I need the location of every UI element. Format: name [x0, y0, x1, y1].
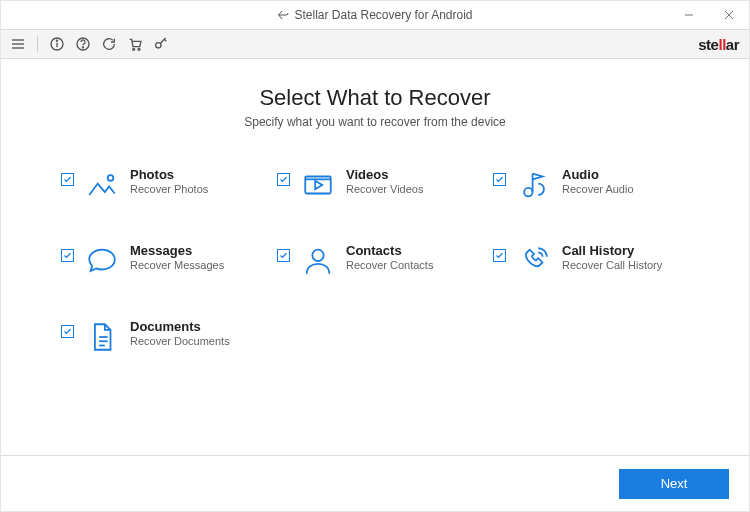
help-icon[interactable] — [74, 35, 92, 53]
checkbox-documents[interactable] — [61, 325, 74, 338]
audio-icon — [516, 167, 552, 203]
toolbar-divider — [37, 36, 38, 52]
brand-logo: stellar — [698, 36, 739, 53]
documents-icon — [84, 319, 120, 355]
window-controls — [669, 1, 749, 29]
option-desc: Recover Call History — [562, 259, 662, 271]
svg-point-10 — [82, 47, 83, 48]
svg-point-8 — [56, 40, 57, 41]
page-subtitle: Specify what you want to recover from th… — [61, 115, 689, 129]
option-contacts[interactable]: Contacts Recover Contacts — [277, 243, 473, 279]
checkbox-callhistory[interactable] — [493, 249, 506, 262]
option-messages[interactable]: Messages Recover Messages — [61, 243, 257, 279]
option-audio[interactable]: Audio Recover Audio — [493, 167, 689, 203]
checkbox-contacts[interactable] — [277, 249, 290, 262]
svg-point-13 — [156, 43, 161, 48]
back-icon — [277, 9, 289, 21]
checkbox-audio[interactable] — [493, 173, 506, 186]
option-title: Audio — [562, 167, 634, 182]
close-button[interactable] — [709, 1, 749, 29]
checkbox-messages[interactable] — [61, 249, 74, 262]
svg-point-19 — [312, 250, 323, 261]
window-title: Stellar Data Recovery for Android — [294, 8, 472, 22]
minimize-button[interactable] — [669, 1, 709, 29]
callhistory-icon — [516, 243, 552, 279]
menu-icon[interactable] — [9, 35, 27, 53]
toolbar: stellar — [1, 29, 749, 59]
options-grid: Photos Recover Photos Videos Recover Vid… — [61, 167, 689, 355]
svg-point-12 — [138, 48, 140, 50]
cart-icon[interactable] — [126, 35, 144, 53]
option-videos[interactable]: Videos Recover Videos — [277, 167, 473, 203]
option-title: Contacts — [346, 243, 433, 258]
option-desc: Recover Contacts — [346, 259, 433, 271]
page-title: Select What to Recover — [61, 85, 689, 111]
option-title: Photos — [130, 167, 208, 182]
photos-icon — [84, 167, 120, 203]
option-desc: Recover Messages — [130, 259, 224, 271]
option-title: Messages — [130, 243, 224, 258]
option-title: Call History — [562, 243, 662, 258]
option-desc: Recover Audio — [562, 183, 634, 195]
next-button[interactable]: Next — [619, 469, 729, 499]
option-photos[interactable]: Photos Recover Photos — [61, 167, 257, 203]
main-content: Select What to Recover Specify what you … — [1, 59, 749, 355]
option-title: Videos — [346, 167, 423, 182]
option-desc: Recover Photos — [130, 183, 208, 195]
messages-icon — [84, 243, 120, 279]
checkbox-videos[interactable] — [277, 173, 290, 186]
option-title: Documents — [130, 319, 230, 334]
option-documents[interactable]: Documents Recover Documents — [61, 319, 257, 355]
option-desc: Recover Documents — [130, 335, 230, 347]
svg-point-14 — [108, 175, 114, 181]
svg-point-17 — [524, 188, 533, 197]
titlebar: Stellar Data Recovery for Android — [1, 1, 749, 29]
option-callhistory[interactable]: Call History Recover Call History — [493, 243, 689, 279]
key-icon[interactable] — [152, 35, 170, 53]
option-desc: Recover Videos — [346, 183, 423, 195]
info-icon[interactable] — [48, 35, 66, 53]
videos-icon — [300, 167, 336, 203]
contacts-icon — [300, 243, 336, 279]
footer: Next — [1, 455, 749, 511]
refresh-icon[interactable] — [100, 35, 118, 53]
checkbox-photos[interactable] — [61, 173, 74, 186]
svg-point-11 — [133, 48, 135, 50]
